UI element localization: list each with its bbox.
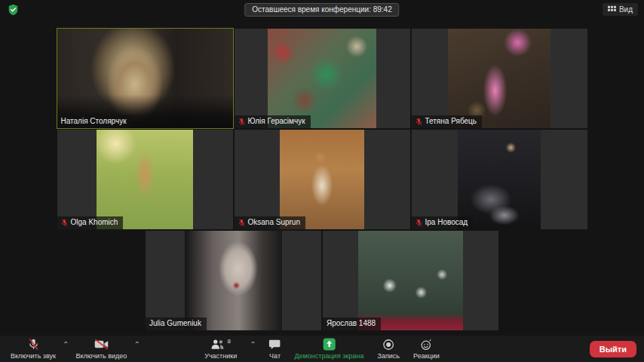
- view-button[interactable]: Вид: [603, 3, 638, 16]
- mic-muted-icon: [238, 118, 245, 126]
- leave-meeting-button[interactable]: Выйти: [590, 341, 636, 357]
- participant-name-label: Тетяна Рябець: [412, 115, 483, 128]
- grid-row: Julia GumeniukЯрослав 1488: [0, 231, 644, 330]
- share-screen-label: Демонстрация экрана: [295, 352, 364, 360]
- meeting-timer: Оставшееся время конференции: 89:42: [244, 3, 399, 17]
- participants-label: Участники: [204, 352, 237, 360]
- mic-muted-icon: [238, 219, 245, 227]
- participant-video-7: [358, 231, 464, 330]
- security-shield-icon[interactable]: [8, 4, 19, 16]
- video-tile-0[interactable]: Наталія Столярчук: [57, 29, 233, 128]
- participant-name: Наталія Столярчук: [61, 117, 127, 126]
- chat-icon: [269, 339, 281, 350]
- participant-name-label: Юлія Герасімчук: [235, 115, 311, 128]
- start-video-label: Включить видео: [75, 352, 127, 360]
- mic-muted-icon: [416, 118, 422, 126]
- participant-name-label: Наталія Столярчук: [57, 115, 132, 128]
- reactions-label: Реакции: [413, 352, 440, 360]
- participant-name: Olga Khomich: [71, 218, 118, 227]
- mic-muted-icon: [28, 338, 39, 351]
- mic-muted-icon: [416, 219, 422, 227]
- participant-video-5: [458, 130, 541, 229]
- participants-options-caret[interactable]: ⌃: [247, 340, 258, 348]
- start-video-button[interactable]: Включить видео: [72, 337, 130, 360]
- video-options-caret[interactable]: ⌃: [131, 340, 142, 348]
- grid-view-icon: [608, 5, 616, 14]
- record-label: Запись: [378, 352, 400, 360]
- share-screen-button[interactable]: Демонстрация экрана: [292, 337, 367, 360]
- view-button-label: Вид: [619, 5, 633, 14]
- share-screen-icon: [323, 338, 336, 351]
- participant-name-label: Julia Gumeniuk: [146, 318, 207, 330]
- chat-button[interactable]: Чат: [266, 337, 284, 360]
- participant-name: Юлія Герасімчук: [248, 117, 305, 126]
- video-tile-2[interactable]: Тетяна Рябець: [412, 29, 587, 128]
- participant-video-2: [448, 29, 550, 128]
- participant-name: Ярослав 1488: [327, 319, 376, 328]
- video-tile-3[interactable]: Olga Khomich: [57, 130, 233, 229]
- chat-label: Чат: [269, 352, 281, 360]
- bottom-toolbar: Включить звук ⌃ Включить видео ⌃ 8 Участ…: [0, 336, 644, 362]
- participants-icon: [210, 339, 225, 350]
- mic-muted-icon: [61, 219, 68, 227]
- participant-name-label: Olga Khomich: [57, 216, 124, 229]
- top-bar: Оставшееся время конференции: 89:42 Вид: [0, 0, 644, 20]
- video-tile-7[interactable]: Ярослав 1488: [323, 231, 498, 330]
- participant-name: Julia Gumeniuk: [149, 319, 201, 328]
- video-tile-5[interactable]: Іра Новосад: [412, 130, 587, 229]
- participant-name-label: Іра Новосад: [412, 216, 474, 229]
- participant-video-1: [268, 29, 376, 128]
- unmute-label: Включить звук: [11, 352, 56, 360]
- participant-video-3: [97, 130, 193, 229]
- video-tile-1[interactable]: Юлія Герасімчук: [235, 29, 410, 128]
- video-tile-4[interactable]: Oksana Suprun: [235, 130, 410, 229]
- participant-name-label: Oksana Suprun: [235, 216, 306, 229]
- participant-name: Тетяна Рябець: [425, 117, 477, 126]
- participant-video-6: [185, 231, 281, 330]
- participant-name-label: Ярослав 1488: [323, 318, 381, 330]
- grid-row: Olga KhomichOksana SuprunІра Новосад: [0, 130, 644, 229]
- audio-options-caret[interactable]: ⌃: [60, 340, 71, 348]
- zoom-meeting-window: Оставшееся время конференции: 89:42 Вид …: [0, 0, 644, 362]
- participants-button[interactable]: 8 Участники: [201, 337, 240, 360]
- participant-video-4: [280, 130, 364, 229]
- unmute-button[interactable]: Включить звук: [8, 337, 59, 360]
- camera-muted-icon: [94, 339, 109, 350]
- record-button[interactable]: Запись: [375, 337, 403, 360]
- participant-name: Іра Новосад: [425, 218, 468, 227]
- toolbar-left-group: Включить звук ⌃ Включить видео ⌃: [0, 337, 143, 360]
- participant-name: Oksana Suprun: [248, 218, 301, 227]
- video-grid: Наталія СтолярчукЮлія ГерасімчукТетяна Р…: [0, 20, 644, 336]
- reactions-icon: [420, 339, 432, 351]
- video-tile-6[interactable]: Julia Gumeniuk: [146, 231, 321, 330]
- participant-video-0: [57, 29, 233, 128]
- record-icon: [382, 339, 394, 351]
- reactions-button[interactable]: Реакции: [410, 337, 443, 360]
- toolbar-center-group: 8 Участники ⌃ Чат Демонстрация экрана: [201, 337, 443, 360]
- grid-row: Наталія СтолярчукЮлія ГерасімчукТетяна Р…: [0, 29, 644, 128]
